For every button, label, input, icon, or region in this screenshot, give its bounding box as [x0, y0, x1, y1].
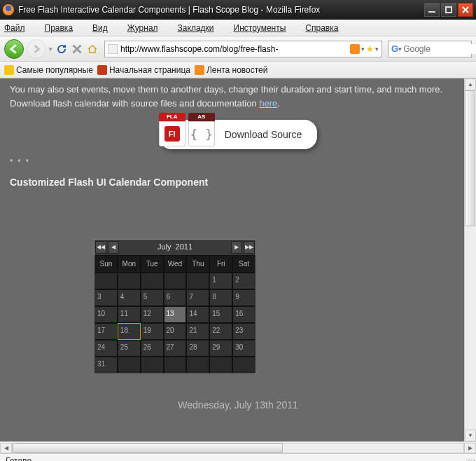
download-here-link[interactable]: here: [259, 98, 277, 109]
calendar-cell[interactable]: 27: [164, 340, 187, 357]
bookmark-home[interactable]: Начальная страница: [97, 65, 190, 75]
menu-help[interactable]: Справка: [305, 23, 348, 33]
menu-edit[interactable]: Правка: [45, 23, 83, 33]
url-input[interactable]: [120, 44, 349, 54]
site-favicon: [108, 44, 118, 54]
calendar-cell: [141, 357, 164, 373]
calendar-widget[interactable]: ◀◀ ◀ July 2011 ▶ ▶▶ SunMonTueWedThuFriSa…: [94, 239, 256, 374]
section-heading: Customized Flash UI Calendar Component: [10, 175, 466, 190]
calendar-cell[interactable]: 22: [209, 323, 232, 340]
url-dropdown-icon[interactable]: ▾: [375, 46, 379, 53]
scroll-thumb[interactable]: [465, 90, 475, 226]
window-titlebar: Free Flash Interactive Calendar Componen…: [0, 0, 476, 20]
calendar-cell[interactable]: 26: [141, 340, 164, 357]
scroll-down-icon[interactable]: ▼: [465, 429, 476, 441]
window-title: Free Flash Interactive Calendar Componen…: [18, 5, 423, 15]
calendar-cell[interactable]: 15: [209, 306, 232, 323]
close-button[interactable]: [458, 3, 473, 17]
next-year-button[interactable]: ▶▶: [244, 241, 255, 254]
horizontal-scrollbar[interactable]: ◀ ▶: [0, 441, 476, 453]
calendar-cell[interactable]: 5: [141, 289, 164, 306]
calendar-cell[interactable]: 30: [232, 340, 255, 357]
dayname: Sun: [94, 255, 118, 273]
calendar-cell: [186, 357, 209, 373]
calendar-cell: [118, 357, 141, 373]
bookmark-popular[interactable]: Самые популярные: [4, 65, 93, 75]
calendar-cell[interactable]: 13: [164, 306, 187, 323]
forward-button[interactable]: [27, 39, 46, 59]
next-month-button[interactable]: ▶: [231, 241, 242, 254]
calendar-cell[interactable]: 7: [186, 289, 209, 306]
rss-icon[interactable]: [350, 44, 360, 54]
home-bookmark-icon: [97, 65, 107, 75]
calendar-header: ◀◀ ◀ July 2011 ▶ ▶▶: [94, 240, 255, 255]
calendar-cell[interactable]: 29: [209, 340, 232, 357]
calendar-cell[interactable]: 23: [232, 323, 255, 340]
bookmark-star-icon[interactable]: ★: [366, 44, 374, 54]
calendar-cell[interactable]: 19: [141, 323, 164, 340]
separator: * * *: [10, 156, 466, 168]
back-button[interactable]: [4, 39, 24, 59]
stop-button[interactable]: [71, 43, 83, 55]
calendar-cell[interactable]: 1: [209, 273, 232, 289]
menu-view[interactable]: Вид: [92, 23, 118, 33]
menu-history[interactable]: Журнал: [127, 23, 168, 33]
dayname: Tue: [141, 255, 164, 273]
calendar-cell: [186, 273, 209, 289]
search-bar[interactable]: G▾: [388, 41, 472, 57]
fla-file-icon: FLA Fl: [159, 113, 188, 146]
scroll-right-icon[interactable]: ▶: [464, 443, 476, 453]
search-input[interactable]: [403, 44, 476, 54]
calendar-cell[interactable]: 17: [94, 323, 118, 340]
calendar-cell[interactable]: 12: [141, 306, 164, 323]
home-button[interactable]: [86, 43, 99, 55]
calendar-cell[interactable]: 10: [94, 306, 118, 323]
download-button-label: Download Source: [225, 128, 302, 142]
calendar-cell[interactable]: 24: [94, 340, 118, 357]
maximize-button[interactable]: [441, 3, 456, 17]
calendar-cell[interactable]: 8: [209, 289, 232, 306]
calendar-cell: [209, 357, 232, 373]
dayname: Mon: [118, 255, 141, 273]
calendar-cell[interactable]: 14: [186, 306, 209, 323]
vertical-scrollbar[interactable]: ▲ ▼: [464, 78, 476, 441]
calendar-cell[interactable]: 21: [186, 323, 209, 340]
calendar-cell[interactable]: 20: [164, 323, 187, 340]
calendar-daynames: SunMonTueWedThuFriSat: [94, 255, 255, 273]
calendar-cell: [164, 273, 187, 289]
download-button-container: FLA Fl AS { } Download Source: [10, 120, 466, 149]
calendar-cell[interactable]: 28: [186, 340, 209, 357]
page-content: You may also set events, move them to an…: [0, 78, 476, 441]
calendar-cell[interactable]: 16: [232, 306, 255, 323]
search-engine-icon[interactable]: G: [391, 43, 398, 54]
calendar-cell[interactable]: 9: [232, 289, 255, 306]
menu-bar: Файл Правка Вид Журнал Закладки Инструме…: [0, 20, 476, 36]
scroll-left-icon[interactable]: ◀: [0, 443, 12, 453]
prev-year-button[interactable]: ◀◀: [95, 241, 106, 254]
calendar-cell[interactable]: 3: [94, 289, 118, 306]
calendar-cell[interactable]: 2: [232, 273, 255, 289]
svg-rect-0: [428, 11, 435, 13]
url-bar[interactable]: ▾ ★ ▾: [104, 41, 382, 57]
selected-date-label: Wednesday, July 13th 2011: [10, 398, 466, 413]
calendar-cell[interactable]: 25: [118, 340, 141, 357]
scroll-up-icon[interactable]: ▲: [465, 78, 476, 90]
reload-button[interactable]: [55, 43, 68, 55]
calendar-cell[interactable]: 18: [118, 323, 141, 340]
calendar-cell: [94, 273, 118, 289]
menu-bookmarks[interactable]: Закладки: [178, 23, 224, 33]
as-file-icon: AS { }: [188, 113, 218, 146]
hscroll-thumb[interactable]: [13, 443, 283, 453]
minimize-button[interactable]: [424, 3, 440, 17]
feed-dropdown-icon[interactable]: ▾: [361, 46, 365, 53]
calendar-cell[interactable]: 31: [94, 357, 118, 373]
prev-month-button[interactable]: ◀: [108, 241, 119, 254]
calendar-cell: [118, 273, 141, 289]
calendar-cell[interactable]: 11: [118, 306, 141, 323]
calendar-cell[interactable]: 4: [118, 289, 141, 306]
menu-file[interactable]: Файл: [4, 23, 35, 33]
menu-tools[interactable]: Инструменты: [234, 23, 296, 33]
calendar-cell[interactable]: 6: [164, 289, 187, 306]
download-source-button[interactable]: FLA Fl AS { } Download Source: [159, 120, 318, 149]
bookmark-news[interactable]: Лента новостей: [195, 65, 268, 75]
